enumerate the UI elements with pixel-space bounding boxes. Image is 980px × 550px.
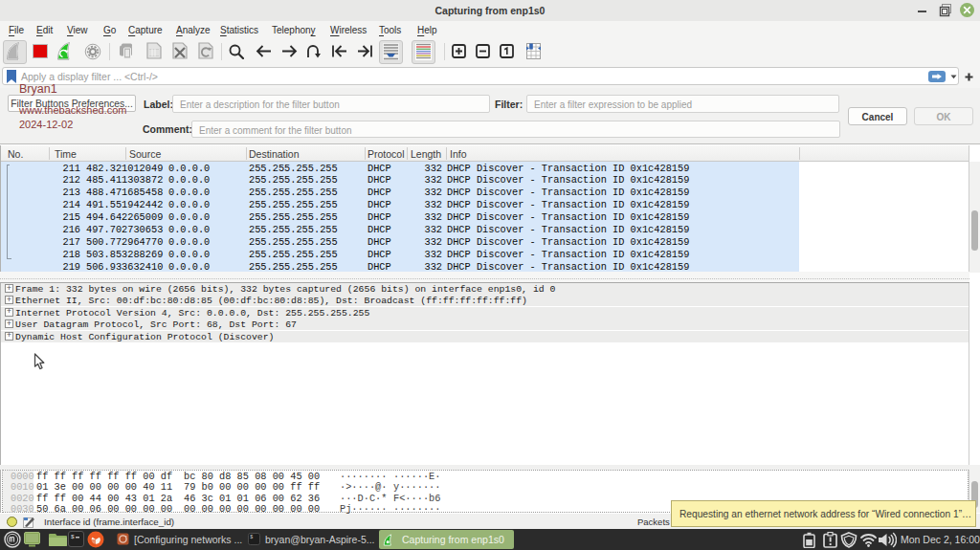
svg-text:$: $ xyxy=(71,534,75,540)
svg-text:$: $ xyxy=(250,535,253,540)
